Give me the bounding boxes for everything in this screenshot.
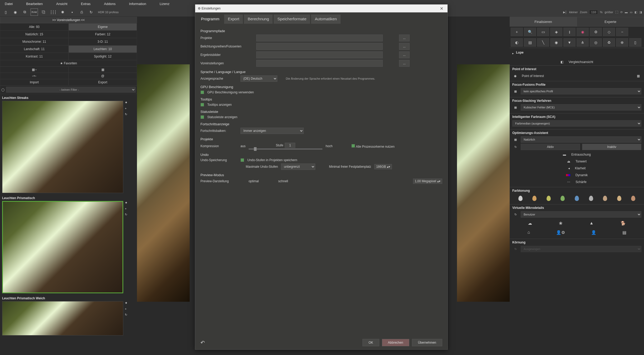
page-icon[interactable]: ▯ [629,38,641,47]
row-entrauschung[interactable]: Entrauschung [571,153,591,156]
import-button[interactable]: Import [0,79,68,85]
row-klarheit[interactable]: Klarheit [575,166,586,170]
star-icon[interactable]: ★ [125,201,127,204]
inaktiv-button[interactable]: Inaktiv [582,144,641,150]
row-tonwert[interactable]: Tonwert [576,160,587,163]
drop-3[interactable] [547,196,551,201]
histogram-icon[interactable]: ▤ [524,38,536,47]
opt-select[interactable]: Natürlich [521,136,641,143]
menu-bearbeiten[interactable]: Bearbeiten [24,1,45,7]
preset-thumbnail[interactable] [2,301,123,335]
plus-icon[interactable]: + [125,207,127,210]
dialog-titlebar[interactable]: ⚙ Einstellungen ✕ [195,4,448,12]
drop-6[interactable] [589,196,593,201]
compare-icon[interactable]: ◧ [561,60,563,64]
browse-button[interactable]: ... [399,51,410,58]
preset-thumbnail[interactable] [2,101,123,193]
filter-eigene[interactable]: Eigene [68,23,137,31]
compare-label[interactable]: Vergleichsansicht [569,60,593,64]
gear-icon[interactable]: ⚙ [590,28,602,36]
vm-select[interactable]: Benutzer [521,211,641,218]
copy-icon[interactable]: ⧉ [21,8,28,16]
person-icon[interactable]: 👤 [591,230,596,235]
path-presets-input[interactable] [256,60,383,67]
target-icon[interactable]: ◎ [590,38,602,47]
refresh-icon[interactable]: ↻ [125,213,127,216]
poi-button[interactable]: Point of Interest [522,74,544,78]
aktiv-button[interactable]: Aktiv [521,144,580,150]
path-results-input[interactable] [256,51,383,58]
hue-icon[interactable]: ◉ [550,38,562,47]
close-icon[interactable]: ✕ [438,6,445,11]
cancel-button[interactable]: Abbrechen [382,339,409,346]
dtab-speicherformate[interactable]: Speicherformate [274,15,310,24]
sca-select[interactable]: Farbmedian (ausgewogen) [512,120,641,127]
cycle-icon[interactable]: ♻ [603,38,615,47]
menu-extras[interactable]: Extras [79,1,93,7]
curves-icon[interactable]: ╲ [537,38,549,47]
file-icon[interactable]: ▯ [2,8,9,16]
drop-8[interactable] [617,196,621,201]
drop-5[interactable] [575,196,579,201]
nodes-icon[interactable]: ⋔ [577,38,589,47]
apply-button[interactable]: Übernehmen [412,339,442,346]
row-schaerfe[interactable]: Schärfe [576,180,586,184]
gradient-icon[interactable]: ▼ [563,38,576,47]
tooltips-checkbox[interactable] [200,103,204,107]
grid-icon[interactable]: ▦ [512,138,519,141]
person-gear-icon[interactable]: 👤⚙ [556,230,565,235]
sliders-icon[interactable]: ┆┆┆ [50,8,57,16]
tab-experte[interactable]: Experte [577,17,644,27]
adjust-icon[interactable]: ⫿ [563,28,576,36]
drop-1[interactable] [518,196,523,201]
dtab-programm[interactable]: Programm [197,15,223,24]
stufe-value[interactable]: 1 [285,143,295,148]
row-dynamik[interactable]: Dynamik [576,173,588,177]
filter-natuerlich[interactable]: Natürlich: 15 [0,31,68,38]
tab-finalisieren[interactable]: Finalisieren [510,17,577,27]
gpu-checkbox[interactable] [200,90,204,94]
drop-icon[interactable]: ◇ [603,28,615,36]
cores-checkbox[interactable] [351,144,355,148]
path-projekte-input[interactable] [256,35,383,41]
menu-addons[interactable]: Addons [102,1,118,7]
export-button[interactable]: Export [68,79,137,85]
filter-monochrome[interactable]: Monochrome: 11 [0,38,68,45]
favorites-button[interactable]: ★ Favoriten [0,60,137,66]
cloud-icon[interactable]: ☁ [528,221,532,226]
compression-slider[interactable] [249,148,322,150]
dtab-automatiken[interactable]: Automatiken [311,15,340,24]
undo-icon[interactable]: ↶ [200,339,205,346]
drop-2[interactable] [532,196,537,201]
browse-button[interactable]: ... [399,60,410,67]
fsv-select[interactable]: Kubischer Fehler (MCE) [521,104,641,111]
plus-icon[interactable]: + [125,307,127,310]
filter-select[interactable]: - keinen Filter - [6,87,136,93]
at-icon-left[interactable]: ▫+▫ [0,73,68,79]
drop-7[interactable] [603,196,607,201]
poi-settings-icon[interactable]: ▦ [637,74,640,78]
reset-icon[interactable]: ↻ [512,145,519,149]
save-icon[interactable]: ▪ [68,8,76,16]
filter-farben[interactable]: Farben: 12 [68,31,137,38]
add-icon[interactable]: + [511,28,523,36]
status-checkbox[interactable] [200,115,204,119]
reload-icon[interactable]: ↻ [87,8,95,16]
menu-ansicht[interactable]: Ansicht [54,1,70,7]
raw-icon[interactable]: RAW [31,8,38,16]
progress-select[interactable]: Immer anzeigen [240,128,304,134]
grid-view-icon[interactable]: ▦·▫ [0,66,68,73]
at-icon-right[interactable]: @ [68,73,137,79]
filter-spotlight[interactable]: Spotlight: 12 [68,53,137,60]
print-icon[interactable]: ⎙ [78,8,85,16]
menu-datei[interactable]: Datei [3,1,15,7]
gear-sun-icon[interactable]: ✺ [59,8,66,16]
star-icon[interactable]: ★ [125,301,127,305]
undo-save-checkbox[interactable] [240,158,244,162]
dtab-export[interactable]: Export [224,15,243,24]
star-icon[interactable]: ★ [125,101,127,104]
filter-leuchten[interactable]: Leuchten: 10 [68,45,137,53]
list-icon[interactable]: ▤ [622,230,626,235]
menu-lizenz[interactable]: Lizenz [158,1,172,7]
globe-icon[interactable]: ⊕ [616,38,628,47]
